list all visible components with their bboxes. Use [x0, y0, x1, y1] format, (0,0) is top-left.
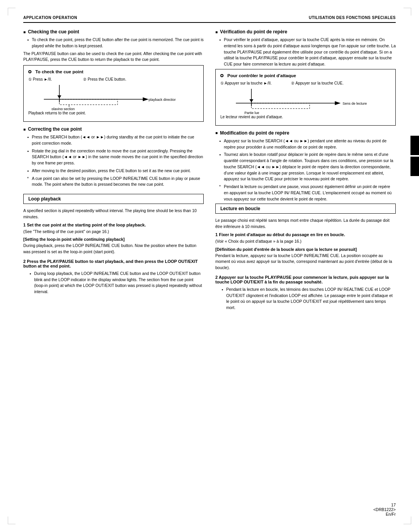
cue-diagram-fr-svg: Partie lue Sens de lecture [220, 87, 368, 114]
loop-step1: 1 Set the cue point at the starting poin… [23, 223, 204, 255]
fr-step2-b1: Pendant la lecture en boucle, les témoin… [222, 287, 396, 311]
verification-heading: Vérification du point de repère [215, 29, 396, 35]
checking-body2: The PLAY/PAUSE button can also be used t… [23, 51, 204, 63]
bullet-circle [28, 70, 31, 73]
corner-br [403, 516, 411, 524]
checking-heading: Checking the cue point [23, 29, 204, 35]
correcting-item-3: After moving to the desired position, pr… [27, 168, 204, 174]
two-col-layout: Checking the cue point To check the cue … [23, 29, 396, 313]
fr-step1: ① Appuyer sur la touche ►/II. [220, 81, 272, 85]
mod-star-list: Pendant la lecture ou pendant une pause,… [215, 184, 396, 202]
correcting-list: Press the SEARCH button (◄◄ or ►►) durin… [23, 134, 204, 174]
header-right: UTILISATION DES FONCTIONS SPECIALES [309, 16, 396, 20]
loop-step2-b1: During loop playback, the LOOP IN/REALTI… [29, 271, 204, 295]
lecteur-revient: Le lecteur revient au point d'attaque. [220, 114, 391, 120]
loop-body: A specified section is played repeatedly… [23, 208, 204, 220]
page-footer: 17 <DRB1222> En/Fr [373, 503, 396, 516]
correcting-item-1: Press the SEARCH button (◄◄ or ►►) durin… [27, 134, 204, 147]
bullet-circle-fr [220, 74, 223, 77]
right-tab-2 [410, 157, 419, 176]
fr-step2-list: Pendant la lecture en boucle, les témoin… [215, 287, 396, 311]
fr-step1-title: 1 Fixer le point d'attaque au début du p… [215, 232, 396, 237]
page: APPLICATION OPERATION UTILISATION DES FO… [0, 0, 419, 532]
mod-b1: Appuyez sur la touche SEARCH (◄◄ ou ►►) … [219, 138, 396, 150]
header-left: APPLICATION OPERATION [23, 16, 77, 20]
lecture-box-title: Lecture en boucle [220, 206, 391, 211]
diagram-steps-row: ① Press ►/II. ② Press the CUE button. [28, 77, 199, 81]
svg-rect-4 [59, 99, 118, 105]
mod-star: Pendant la lecture ou pendant une pause,… [219, 184, 396, 202]
svg-marker-3 [143, 97, 149, 101]
right-column: Vérification du point de repère Pour vér… [215, 29, 396, 313]
verification-b1: Pour vérifier le point d'attaque, appuye… [219, 37, 396, 67]
fr-step1-see: (Voir « Choix du point d'attaque » à la … [215, 238, 396, 245]
fr-bracket-body: Pendant la lecture, appuyez sur la touch… [215, 253, 396, 271]
cue-diagram-svg: playing section playback direction [28, 83, 176, 110]
corner-bl [8, 516, 16, 524]
playing-section-label: playing section [52, 107, 75, 110]
checking-list: To check the cue point, press the CUE bu… [23, 37, 204, 49]
lang-code: En/Fr [373, 512, 396, 516]
fr-step2-title: 2 Appuyer sur la touche PLAY/PAUSE pour … [215, 275, 396, 284]
loop-step2-list: During loop playback, the LOOP IN/REALTI… [23, 271, 204, 295]
loop-step2-title: 2 Press the PLAY/PAUSE button to start p… [23, 259, 204, 268]
lecture-body1: Le passage choisi est répété sans temps … [215, 218, 396, 230]
page-header: APPLICATION OPERATION UTILISATION DES FO… [23, 16, 396, 23]
loop-box: Loop playback [23, 194, 204, 204]
step1: ① Press ►/II. [28, 77, 52, 81]
modification-heading: Modification du point de repère [215, 130, 396, 136]
corner-tl [8, 8, 16, 16]
loop-step1-see: (See "The setting of the cue point" on p… [23, 229, 204, 235]
bracket-body: During playback, press the LOOP IN/REALT… [23, 243, 204, 255]
partie-lue-label: Partie lue [244, 111, 259, 114]
right-tab-1 [410, 136, 419, 155]
checking-item-1: To check the cue point, press the CUE bu… [27, 37, 204, 49]
model-number: <DRB1222> [373, 507, 396, 512]
fr-step2: ② Appuyer sur la touche CUE. [291, 81, 343, 85]
fr-bracket-heading: [Définition du point d'entrée de la bouc… [215, 247, 396, 252]
right-tabs [410, 136, 419, 176]
svg-marker-10 [335, 101, 341, 105]
correcting-heading: Correcting the cue point [23, 126, 204, 132]
step2: ② Press the CUE button. [83, 77, 126, 81]
modification-list: Appuyez sur la touche SEARCH (◄◄ ou ►►) … [215, 138, 396, 182]
correcting-item-2: Rotate the jog dial in the correction mo… [27, 148, 204, 166]
mod-b2: Tournez alors le bouton rotatif pour dép… [219, 152, 396, 182]
page-number: 17 [373, 503, 396, 507]
verification-list: Pour vérifier le point d'attaque, appuye… [215, 37, 396, 67]
playback-direction-label: playback direction [149, 98, 176, 102]
fr-step1-item: 1 Fixer le point d'attaque au début du p… [215, 232, 396, 271]
loop-step1-title: 1 Set the cue point at the starting poin… [23, 223, 204, 227]
playback-returns: Playback returns to the cue point. [28, 110, 199, 116]
pour-controler-title: Pour contrôler le point d'attaque [220, 73, 391, 78]
to-check-title: To check the cue point [28, 69, 199, 74]
corner-tr [403, 8, 411, 16]
to-check-box: To check the cue point ① Press ►/II. ② P… [23, 65, 204, 122]
svg-rect-11 [251, 103, 310, 109]
pour-controler-box: Pour contrôler le point d'attaque ① Appu… [215, 69, 396, 126]
lecture-box: Lecture en boucle [215, 204, 396, 214]
correcting-star: A cue point can also be set by pressing … [27, 176, 204, 188]
sens-lecture-label: Sens de lecture [343, 102, 367, 105]
correcting-star-list: A cue point can also be set by pressing … [23, 176, 204, 188]
fr-steps-row: ① Appuyer sur la touche ►/II. ② Appuyer … [220, 81, 391, 85]
loop-box-title: Loop playback [28, 196, 199, 202]
bracket-heading: [Setting the loop-in point while continu… [23, 237, 204, 242]
left-column: Checking the cue point To check the cue … [23, 29, 204, 313]
